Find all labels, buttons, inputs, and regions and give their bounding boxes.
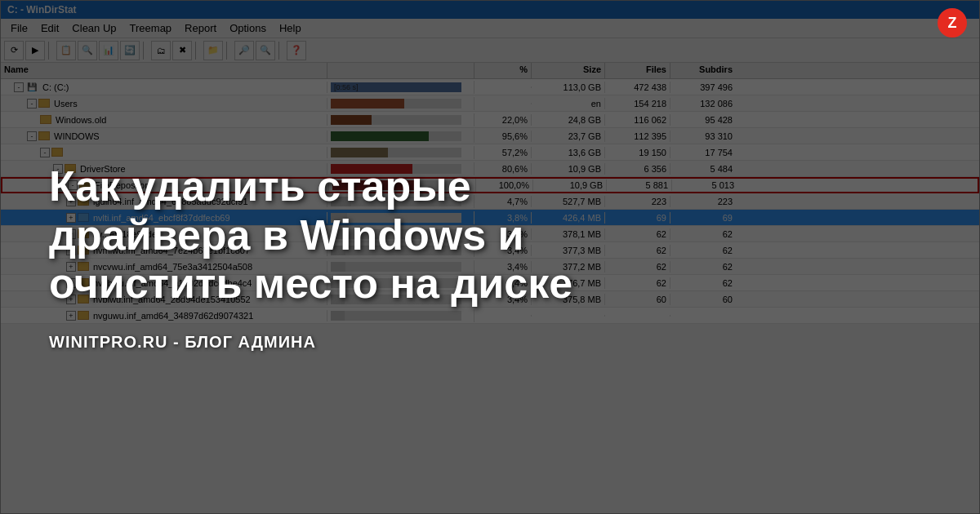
zen-logo-icon: Z bbox=[938, 8, 967, 38]
overlay-title: Как удалить старые драйвера в Windows и … bbox=[49, 162, 621, 308]
overlay: Как удалить старые драйвера в Windows и … bbox=[0, 0, 980, 514]
overlay-site: WINITPRO.RU - БЛОГ АДМИНА bbox=[49, 333, 316, 352]
